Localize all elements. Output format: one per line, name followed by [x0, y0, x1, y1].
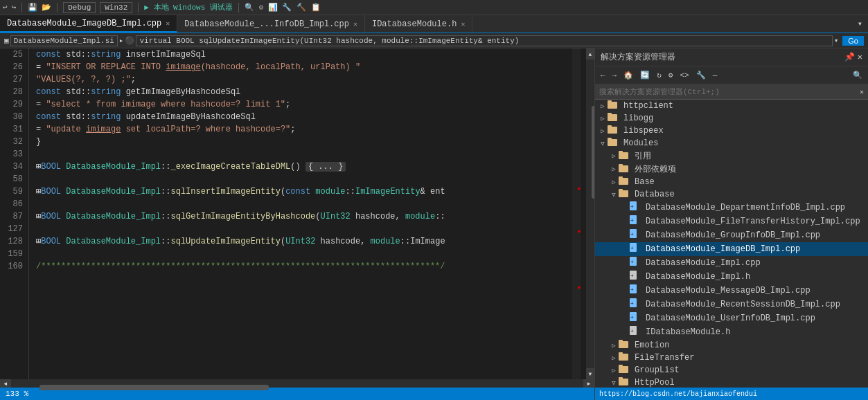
- code-line[interactable]: [36, 248, 572, 260]
- tree-item-base[interactable]: ▷Base: [595, 176, 868, 188]
- tree-item-label: FileTransfer: [635, 353, 694, 363]
- minimap: [572, 48, 581, 379]
- tree-item-databasemodule_impl_h[interactable]: +DatabaseModule_Impl.h: [595, 270, 868, 284]
- scroll-up-btn[interactable]: ▲: [586, 48, 594, 60]
- code-lines[interactable]: const std::string insertImImageSql = "IN…: [29, 48, 572, 379]
- svg-text:+: +: [630, 203, 634, 210]
- close-panel-icon[interactable]: ✕: [858, 52, 862, 62]
- code-line[interactable]: = "update imimage set localPath=? where …: [36, 123, 572, 136]
- code-line[interactable]: [36, 148, 572, 161]
- tab-infodb[interactable]: DatabaseModule_...InfoDB_Impl.cpp ✕: [177, 15, 365, 33]
- folder-icon: [608, 100, 619, 111]
- tree-item-databasemodule_impl_cpp[interactable]: +DatabaseModule_Impl.cpp: [595, 256, 868, 270]
- tab-dropdown-btn[interactable]: ▾: [852, 15, 868, 33]
- file-icon: +: [630, 257, 641, 269]
- toolbar-btn-filter[interactable]: 🔧: [693, 70, 709, 80]
- tree-item-grouplist[interactable]: ▷GroupList: [595, 364, 868, 376]
- code-line[interactable]: ⊞BOOL DatabaseModule_Impl::sqlUpdateImIm…: [36, 235, 572, 248]
- svg-rect-41: [619, 365, 623, 367]
- code-line[interactable]: = "INSERT OR REPLACE INTO imimage(hashco…: [36, 61, 572, 73]
- code-line[interactable]: [36, 223, 572, 235]
- toolbar-btn-props[interactable]: ⚙: [666, 70, 676, 80]
- tree-item-httppool[interactable]: ▽HttpPool: [595, 376, 868, 388]
- tree-item-idatabasemodule_h[interactable]: +IDatabaseModule.h: [595, 325, 868, 339]
- svg-text:+: +: [630, 259, 634, 265]
- search-clear-icon[interactable]: ✕: [860, 88, 864, 96]
- tree-item-databasemodule_groupinfodb_impl_cpp[interactable]: +DatabaseModule_GroupInfoDB_Impl.cpp: [595, 228, 868, 242]
- scroll-thumb[interactable]: [592, 106, 594, 199]
- toolbar-btn-search[interactable]: 🔍: [850, 70, 865, 80]
- tree-item-modules[interactable]: ▽Modules: [595, 137, 868, 149]
- tree-item-libspeex[interactable]: ▷libspeex: [595, 125, 868, 137]
- tree-item-databasemodule_imagedb_impl_cpp[interactable]: +DatabaseModule_ImageDB_Impl.cpp: [595, 242, 868, 256]
- toolbar-btn-refresh[interactable]: ↻: [654, 70, 664, 80]
- svg-rect-7: [608, 138, 612, 140]
- tree-item-__[interactable]: ▷引用: [595, 149, 868, 163]
- tab-imagedb-close[interactable]: ✕: [166, 19, 170, 28]
- debug-mode-label[interactable]: Debug: [63, 2, 96, 13]
- svg-rect-39: [619, 352, 623, 355]
- vertical-scrollbar[interactable]: ▲ ▼: [586, 48, 594, 379]
- toolbar-btn-home[interactable]: 🏠: [621, 70, 636, 80]
- tab-imagedb[interactable]: DatabaseModule_ImageDB_Impl.cpp ✕: [0, 15, 177, 33]
- breadcrumb-dropdown[interactable]: ▾: [834, 36, 839, 45]
- scroll-down-btn[interactable]: ▼: [586, 368, 594, 379]
- tree-item-databasemodule_messagedb_impl_cpp[interactable]: +DatabaseModule_MessageDB_Impl.cpp: [595, 284, 868, 298]
- tree-arrow-icon: ▽: [609, 379, 619, 387]
- toolbar-btn-forward[interactable]: →: [610, 71, 620, 80]
- search-input[interactable]: [599, 88, 860, 96]
- platform-label[interactable]: Win32: [100, 2, 132, 13]
- run-button[interactable]: ▶ 本地 Windows 调试器: [144, 2, 233, 12]
- tree-item-databasemodule_filetransferhistory_impl_cpp[interactable]: +DatabaseModule_FileTransferHistory_Impl…: [595, 215, 868, 228]
- tab-idb[interactable]: IDatabaseModule.h ✕: [365, 15, 472, 33]
- code-line[interactable]: = "select * from imimage where hashcode=…: [36, 98, 572, 111]
- code-line[interactable]: ⊞BOOL DatabaseModule_Impl::sqlGetImImage…: [36, 210, 572, 223]
- toolbar-btn-sync[interactable]: 🔄: [637, 70, 653, 80]
- scroll-right-btn[interactable]: ►: [583, 379, 594, 388]
- go-button[interactable]: Go: [842, 36, 864, 46]
- zoom-level[interactable]: 133 %: [6, 390, 28, 398]
- svg-text:+: +: [630, 273, 634, 279]
- toolbar-btn-preview[interactable]: <>: [677, 71, 691, 80]
- scroll-left-btn[interactable]: ◄: [0, 379, 11, 388]
- open-icon[interactable]: 📂: [42, 3, 51, 12]
- folder-icon: [608, 113, 619, 124]
- code-line[interactable]: "VALUES(?, ?, ?) ;";: [36, 73, 572, 86]
- tree-item-databasemodule_userinfodb_impl_cpp[interactable]: +DatabaseModule_UserInfoDB_Impl.cpp: [595, 311, 868, 325]
- tree-item-httpclient[interactable]: ▷httpclient: [595, 100, 868, 112]
- redo-icon[interactable]: ↪: [12, 3, 17, 12]
- code-line[interactable]: ⊞BOOL DatabaseModule_Impl::_execImageCre…: [36, 161, 572, 173]
- tree-item-emotion[interactable]: ▷Emotion: [595, 339, 868, 352]
- tab-infodb-close[interactable]: ✕: [353, 20, 357, 28]
- undo-icon[interactable]: ↩: [3, 3, 8, 12]
- breadcrumb-method[interactable]: virtual BOOL sqlUpdateImImageEntity(UInt…: [136, 35, 832, 46]
- toolbar-btn-back[interactable]: ←: [598, 71, 608, 80]
- file-icon: +: [630, 201, 641, 214]
- tree-item-label: DatabaseModule_RecentSessionDB_Impl.cpp: [646, 300, 840, 309]
- line-number: 86: [0, 198, 23, 210]
- tree-item-_____[interactable]: ▷外部依赖项: [595, 163, 868, 176]
- code-line[interactable]: }: [36, 136, 572, 148]
- code-line[interactable]: [36, 198, 572, 210]
- pin-icon[interactable]: 📌: [844, 52, 855, 62]
- breadcrumb-file[interactable]: DatabaseModule_Impl.si: [10, 35, 118, 46]
- toolbar-btn-collapse[interactable]: —: [710, 71, 720, 80]
- tree-item-database[interactable]: ▽Database: [595, 188, 868, 201]
- tab-idb-close[interactable]: ✕: [461, 20, 465, 28]
- tree-item-filetransfer[interactable]: ▷FileTransfer: [595, 352, 868, 364]
- tree-item-libogg[interactable]: ▷libogg: [595, 112, 868, 125]
- save-icon[interactable]: 💾: [28, 3, 37, 12]
- code-line[interactable]: /***************************************…: [36, 260, 572, 273]
- tree-item-databasemodule_recentsessiondb_impl_cpp[interactable]: +DatabaseModule_RecentSessionDB_Impl.cpp: [595, 298, 868, 311]
- tree-item-label: HttpPool: [635, 378, 675, 388]
- code-line[interactable]: ⊞BOOL DatabaseModule_Impl::sqlInsertImIm…: [36, 185, 572, 198]
- horizontal-scrollbar[interactable]: ◄ ►: [0, 379, 594, 388]
- tree-item-databasemodule_departmentinfodb_impl_cpp[interactable]: +DatabaseModule_DepartmentInfoDB_Impl.cp…: [595, 201, 868, 215]
- h-scroll-thumb[interactable]: [39, 385, 268, 390]
- tree-arrow-icon: ▷: [609, 367, 619, 374]
- code-line[interactable]: [36, 173, 572, 185]
- code-line[interactable]: const std::string getImImageByHashcodeSq…: [36, 86, 572, 98]
- code-line[interactable]: const std::string insertImImageSql: [36, 48, 572, 61]
- code-line[interactable]: const std::string updateImImageByHashcod…: [36, 111, 572, 123]
- tree-item-label: Emotion: [635, 340, 669, 350]
